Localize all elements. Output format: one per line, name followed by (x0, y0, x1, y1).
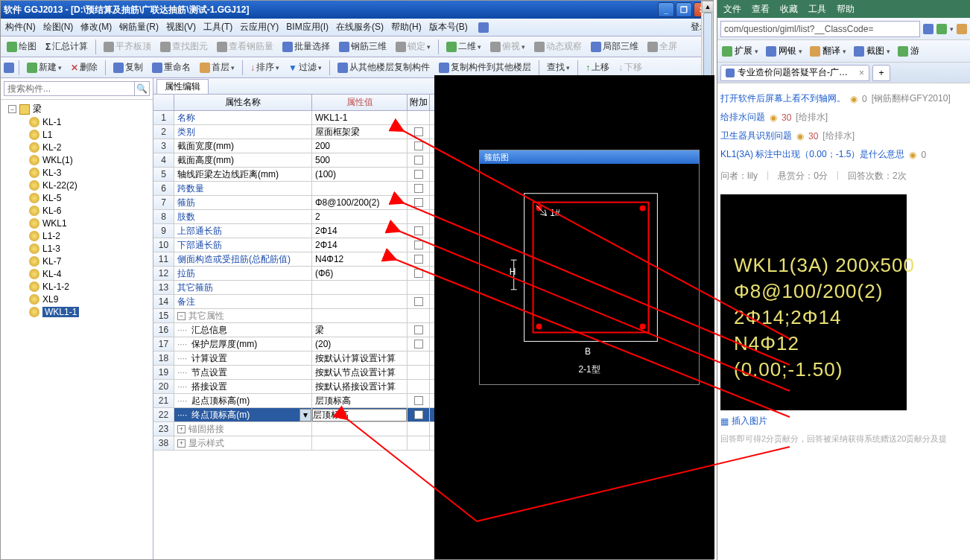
browser-menu[interactable]: 工具 (808, 3, 826, 16)
tree-item[interactable]: KL-1-2 (26, 280, 153, 293)
qa-item[interactable]: 给排水问题 ◉30 [给排水] (720, 108, 967, 127)
dim-button[interactable]: 二维▾ (443, 40, 484, 53)
ext-button[interactable]: 扩展▾ (722, 45, 758, 57)
collapse-icon[interactable]: − (8, 105, 16, 113)
checkbox[interactable] (414, 241, 423, 249)
new-button[interactable]: 新建▾ (24, 61, 65, 74)
shot-button[interactable]: 截图▾ (854, 45, 890, 57)
tree-item[interactable]: L1-3 (26, 242, 153, 255)
checkbox[interactable] (414, 269, 423, 278)
up-button[interactable]: ↑上移 (583, 61, 612, 74)
bank-button[interactable]: 网银▾ (766, 45, 802, 57)
floor-select[interactable]: 首层▾ (197, 61, 238, 74)
rename-button[interactable]: 重命名 (149, 61, 194, 74)
menu-item[interactable]: BIM应用(I) (286, 21, 329, 34)
qa-item[interactable]: 打开软件后屏幕上看不到轴网。 ◉0 [钢筋翻样GFY2010] (720, 89, 967, 108)
back-icon[interactable] (4, 63, 14, 73)
menu-item[interactable]: 在线服务(S) (336, 21, 384, 34)
tree-item[interactable]: WKL1-1 (26, 305, 153, 318)
browser-tab[interactable]: 专业造价问题答疑平台-广联达 × (720, 65, 869, 81)
menu-item[interactable]: 钢筋量(R) (119, 21, 159, 34)
draw-button[interactable]: 绘图 (4, 40, 39, 53)
game-button[interactable]: 游 (898, 45, 919, 57)
checkbox[interactable] (414, 127, 423, 136)
go-icon[interactable] (936, 24, 947, 34)
checkbox[interactable] (414, 255, 423, 264)
anim-button[interactable]: 动态观察 (531, 40, 585, 53)
level-button[interactable]: 平齐板顶 (101, 40, 154, 53)
search-icon[interactable]: 🔍 (135, 81, 150, 96)
menu-item[interactable]: 版本号(B) (429, 21, 468, 34)
address-bar[interactable]: com/question/giml/list?__ClassCode= (720, 21, 920, 37)
tree-item[interactable]: KL-7 (26, 255, 153, 267)
qa-item[interactable]: KL1(3A) 标注中出现（0.00；-1.5）是什么意思 ◉0 (720, 145, 967, 164)
tree-item[interactable]: KL-4 (26, 267, 153, 280)
copy-button[interactable]: 复制 (110, 61, 146, 74)
checkbox[interactable] (414, 297, 423, 306)
tree-item[interactable]: KL-3 (26, 166, 153, 179)
copyfrom-button[interactable]: 从其他楼层复制构件 (335, 61, 433, 74)
checkbox[interactable] (414, 156, 423, 165)
tree-item[interactable]: KL-22(2) (26, 179, 153, 191)
lock-button[interactable]: 锁定▾ (393, 40, 434, 53)
checkbox[interactable] (414, 170, 423, 179)
search-input[interactable] (4, 81, 135, 96)
menu-item[interactable]: 帮助(H) (391, 21, 422, 34)
qa-item[interactable]: 卫生器具识别问题 ◉30 [给排水] (720, 127, 967, 145)
tree-item[interactable]: WKL(1) (26, 153, 153, 166)
browser-menu[interactable]: 查看 (752, 3, 770, 16)
down-button[interactable]: ↓下移 (615, 61, 645, 74)
checkbox[interactable] (414, 396, 423, 405)
copyto-button[interactable]: 复制构件到其他楼层 (436, 61, 534, 74)
tri-button[interactable]: 钢筋三维 (336, 40, 390, 53)
browser-menu[interactable]: 帮助 (837, 3, 855, 16)
property-value-input[interactable] (312, 409, 407, 421)
checkbox[interactable] (414, 226, 423, 235)
delete-button[interactable]: ✕删除 (68, 61, 101, 74)
menu-item[interactable]: 构件(N) (5, 21, 36, 34)
checkbox[interactable] (414, 325, 423, 334)
tree-item[interactable]: L1 (26, 128, 153, 141)
scroll-up[interactable]: ▲ (702, 1, 714, 13)
checkbox[interactable] (414, 410, 423, 419)
maximize-button[interactable]: ❐ (676, 2, 692, 17)
tree-item[interactable]: L1-2 (26, 229, 153, 242)
filter-button[interactable]: ▼过滤▾ (285, 61, 325, 74)
checkbox[interactable] (414, 184, 423, 193)
trans-button[interactable]: 翻译▾ (810, 45, 846, 57)
menu-item[interactable]: 修改(M) (80, 21, 112, 34)
sum-button[interactable]: Σ汇总计算 (42, 40, 91, 53)
refresh-icon[interactable] (923, 24, 933, 34)
find-button[interactable]: 查找图元 (157, 40, 211, 53)
browser-menu[interactable]: 文件 (723, 3, 741, 16)
rebar-button[interactable]: 查看钢筋量 (214, 40, 276, 53)
menu-item[interactable]: 视图(V) (166, 21, 196, 34)
full-button[interactable]: 全屏 (644, 40, 680, 53)
property-tab[interactable]: 属性编辑 (156, 79, 209, 94)
new-tab-button[interactable]: + (872, 65, 890, 81)
menu-icon[interactable] (478, 22, 489, 33)
insert-pic-link[interactable]: ▦插入图片 (720, 415, 967, 427)
checkbox[interactable] (414, 198, 423, 207)
tree-root-node[interactable]: − 梁 (5, 103, 153, 115)
minimize-button[interactable]: _ (658, 2, 674, 17)
menu-item[interactable]: 工具(T) (203, 21, 232, 34)
browser-menu[interactable]: 收藏 (780, 3, 798, 16)
tree-item[interactable]: XL9 (26, 293, 153, 305)
menu-item[interactable]: 绘图(N) (43, 21, 74, 34)
menu-item[interactable]: 云应用(Y) (240, 21, 279, 34)
top-button[interactable]: 俯视▾ (487, 40, 528, 53)
tab-close-icon[interactable]: × (859, 68, 864, 78)
batch-button[interactable]: 批量选择 (279, 40, 333, 53)
part-button[interactable]: 局部三维 (588, 40, 641, 53)
checkbox[interactable] (414, 340, 423, 349)
tree-item[interactable]: KL-2 (26, 141, 153, 153)
sort-button[interactable]: ↓排序▾ (247, 61, 282, 74)
tree-item[interactable]: WKL1 (26, 217, 153, 229)
tree-item[interactable]: KL-1 (26, 115, 153, 128)
checkbox[interactable] (414, 141, 423, 150)
search-button[interactable]: 查找▾ (544, 61, 573, 74)
fav-icon[interactable] (957, 24, 967, 34)
tree-item[interactable]: KL-6 (26, 204, 153, 217)
tree-item[interactable]: KL-5 (26, 191, 153, 204)
